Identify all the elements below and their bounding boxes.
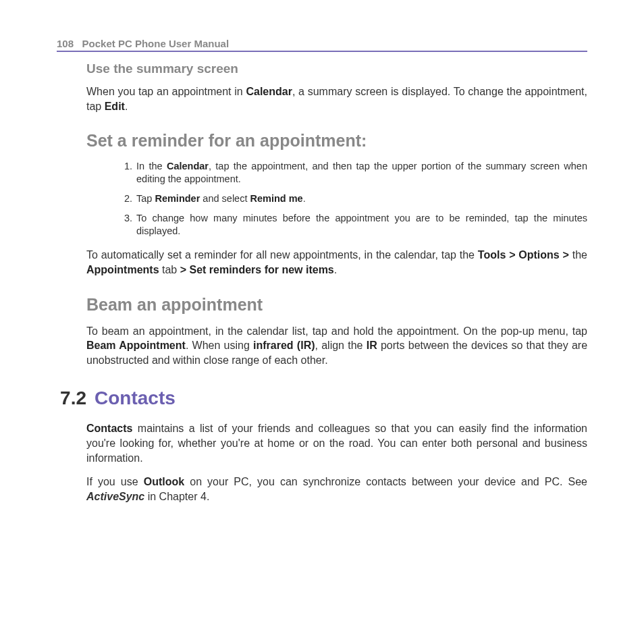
list-item: Tap Reminder and select Remind me. — [124, 192, 587, 205]
bold-infrared: infrared (IR) — [253, 340, 315, 351]
ordered-list-reminder-steps: In the Calendar, tap the appointment, an… — [86, 160, 587, 237]
bold-reminder: Reminder — [155, 193, 200, 204]
text: . — [303, 193, 306, 204]
text: maintains a list of your friends and col… — [86, 423, 587, 463]
bold-appointments: Appointments — [86, 264, 159, 275]
text: . When using — [186, 340, 253, 351]
text: To beam an appointment, in the calendar … — [86, 325, 587, 337]
chapter-heading: 7.2 Contacts — [57, 387, 587, 409]
text: . — [334, 264, 337, 275]
text: on your PC, you can synchronize contacts… — [184, 476, 587, 487]
bold-contacts: Contacts — [86, 423, 132, 434]
paragraph-summary: When you tap an appointment in Calendar,… — [86, 84, 587, 113]
bold-calendar: Calendar — [167, 161, 209, 171]
paragraph-outlook-sync: If you use Outlook on your PC, you can s… — [86, 475, 587, 504]
text: If you use — [86, 476, 144, 487]
text: When you tap an appointment in — [86, 86, 246, 97]
bold-calendar: Calendar — [246, 86, 292, 97]
page-header-text: 108 Pocket PC Phone User Manual — [57, 38, 587, 49]
text: Tap — [136, 193, 155, 204]
manual-title: Pocket PC Phone User Manual — [82, 38, 230, 49]
subheading-summary-screen: Use the summary screen — [86, 61, 587, 76]
text: To automatically set a reminder for all … — [86, 249, 478, 261]
text: . — [125, 101, 128, 112]
heading-set-reminder: Set a reminder for an appointment: — [86, 131, 587, 151]
text: To change how many minutes before the ap… — [136, 213, 587, 236]
text: and select — [200, 193, 250, 204]
page-content: Use the summary screen When you tap an a… — [57, 61, 587, 504]
list-item: To change how many minutes before the ap… — [124, 212, 587, 238]
text: In the — [136, 161, 167, 171]
text: the — [572, 249, 587, 261]
list-item: In the Calendar, tap the appointment, an… — [124, 160, 587, 186]
page-header: 108 Pocket PC Phone User Manual — [57, 38, 587, 52]
bold-activesync: ActiveSync — [86, 491, 144, 502]
text: , align the — [315, 340, 367, 351]
paragraph-auto-reminder: To automatically set a reminder for all … — [86, 248, 587, 277]
bold-beam-appointment: Beam Appointment — [86, 340, 186, 351]
chapter-number: 7.2 — [57, 387, 86, 409]
page-number: 108 — [57, 38, 74, 49]
bold-remind-me: Remind me — [250, 193, 302, 204]
bold-set-reminders: > Set reminders for new items — [180, 264, 334, 275]
text: tab — [159, 264, 180, 275]
chapter-title: Contacts — [95, 387, 176, 409]
bold-outlook: Outlook — [144, 476, 184, 487]
bold-ir: IR — [367, 340, 377, 351]
bold-tools-options: Tools > Options > — [478, 249, 572, 261]
text: in Chapter 4. — [144, 491, 209, 502]
bold-edit: Edit — [105, 101, 125, 112]
paragraph-contacts-intro: Contacts maintains a list of your friend… — [86, 421, 587, 465]
paragraph-beam: To beam an appointment, in the calendar … — [86, 324, 587, 368]
heading-beam-appointment: Beam an appointment — [86, 295, 587, 315]
